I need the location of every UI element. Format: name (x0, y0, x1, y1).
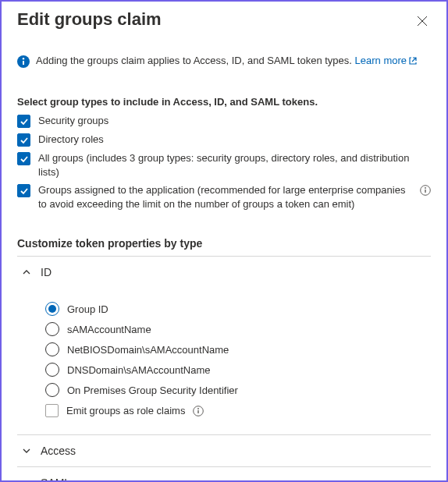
radio-icon (45, 363, 59, 377)
info-text-content: Adding the groups claim applies to Acces… (36, 55, 355, 66)
svg-point-5 (425, 187, 426, 189)
accordion-header-access[interactable]: Access (17, 435, 431, 467)
checkbox-icon (17, 184, 30, 197)
panel-header: Edit groups claim (2, 2, 446, 34)
external-link-icon (408, 56, 418, 68)
accordion-label: SAML (41, 477, 70, 482)
checkbox-label: Directory roles (38, 133, 431, 147)
svg-rect-7 (198, 410, 199, 413)
radio-icon (45, 342, 59, 356)
svg-rect-4 (425, 190, 425, 193)
chevron-up-icon (22, 268, 31, 277)
svg-point-8 (198, 408, 200, 409)
radio-icon (45, 302, 59, 316)
radio-onprem-sid[interactable]: On Premises Group Security Identifier (45, 383, 426, 397)
chevron-down-icon (22, 446, 31, 455)
radio-label: On Premises Group Security Identifier (67, 385, 238, 396)
close-button[interactable] (414, 12, 431, 30)
accordion-header-saml[interactable]: SAML (17, 467, 431, 482)
radio-sam-account-name[interactable]: sAMAccountName (45, 322, 426, 336)
info-icon (17, 55, 30, 68)
radio-label: DNSDomain\sAMAccountName (67, 364, 211, 376)
checkbox-label: Security groups (38, 114, 431, 128)
radio-label: sAMAccountName (67, 324, 151, 335)
edit-groups-claim-panel: Edit groups claim Adding the groups clai… (0, 0, 448, 482)
checkbox-security-groups[interactable]: Security groups (17, 114, 431, 128)
panel-content: Adding the groups claim applies to Acces… (2, 55, 446, 482)
checkbox-label: All groups (includes 3 group types: secu… (38, 151, 431, 179)
customize-heading: Customize token properties by type (17, 237, 431, 257)
info-icon[interactable] (420, 185, 431, 196)
svg-point-2 (23, 58, 24, 59)
radio-label: NetBIOSDomain\sAMAccountName (67, 344, 229, 356)
svg-rect-1 (23, 61, 24, 65)
checkbox-icon (17, 115, 30, 128)
info-bar: Adding the groups claim applies to Acces… (17, 55, 431, 68)
learn-more-link[interactable]: Learn more (355, 55, 418, 66)
checkbox-icon (17, 152, 30, 165)
radio-netbios-sam[interactable]: NetBIOSDomain\sAMAccountName (45, 342, 426, 356)
accordion-header-id[interactable]: ID (17, 257, 431, 288)
accordion-label: ID (41, 266, 52, 278)
checkbox-emit-role-claims[interactable]: Emit groups as role claims (45, 403, 426, 417)
info-icon[interactable] (193, 406, 204, 416)
checkbox-icon (17, 133, 30, 147)
radio-icon (45, 383, 59, 397)
checkbox-label: Groups assigned to the application (reco… (38, 183, 412, 211)
accordion-label: Access (41, 445, 76, 457)
radio-group-id[interactable]: Group ID (45, 302, 426, 316)
checkbox-all-groups[interactable]: All groups (includes 3 group types: secu… (17, 151, 431, 179)
info-text: Adding the groups claim applies to Acces… (36, 55, 418, 68)
close-icon (417, 17, 428, 29)
radio-dns-sam[interactable]: DNSDomain\sAMAccountName (45, 363, 426, 377)
checkbox-label: Emit groups as role claims (66, 405, 185, 416)
checkbox-directory-roles[interactable]: Directory roles (17, 133, 431, 147)
radio-label: Group ID (67, 303, 108, 315)
radio-icon (45, 322, 59, 336)
group-types-heading: Select group types to include in Access,… (17, 96, 431, 108)
accordion-body-id: Group ID sAMAccountName NetBIOSDomain\sA… (17, 288, 431, 435)
chevron-down-icon (22, 478, 31, 482)
checkbox-assigned-groups[interactable]: Groups assigned to the application (reco… (17, 183, 431, 211)
checkbox-icon (45, 404, 59, 417)
panel-title: Edit groups claim (17, 9, 162, 30)
